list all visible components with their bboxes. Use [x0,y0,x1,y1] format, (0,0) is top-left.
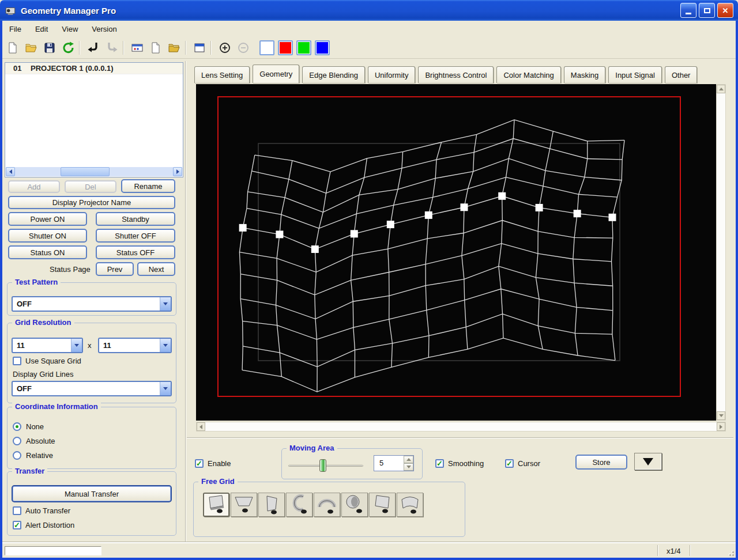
menu-view[interactable]: View [55,22,85,36]
shutter-off-button[interactable]: Shutter OFF [96,229,175,243]
window-view-button[interactable] [191,40,208,55]
zoom-out-button-disabled[interactable] [235,40,251,55]
status-page-prev-button[interactable]: Prev [96,262,134,276]
grid-control-point[interactable] [536,204,543,211]
smoothing-checkbox[interactable]: ✓ Smoothing [435,459,484,468]
store-dropdown-button[interactable] [634,453,662,470]
dropdown-button[interactable] [160,297,171,311]
scroll-left-button[interactable] [197,422,205,431]
menu-edit[interactable]: Edit [28,22,55,36]
resize-grip[interactable] [726,548,734,556]
status-page-next-button[interactable]: Next [137,262,175,276]
scroll-right-button[interactable] [173,167,182,176]
store-button[interactable]: Store [575,455,627,470]
surface-angled-screen-button[interactable] [258,493,285,517]
del-button[interactable]: Del [65,180,116,193]
white-color-button[interactable] [259,40,274,55]
status-on-button[interactable]: Status ON [8,245,87,259]
coord-none-radio[interactable]: None [13,422,44,431]
projector-list-item[interactable]: 01 PROJECTOR 1 (0.0.0.1) [5,63,183,74]
tab-brightness-control[interactable]: Brightness Control [418,66,494,83]
green-color-button[interactable] [296,40,311,55]
tab-other[interactable]: Other [665,66,698,83]
projector-list-hscrollbar[interactable] [6,167,182,176]
undo-button[interactable] [85,40,101,55]
alert-distortion-checkbox[interactable]: ✓ Alert Distortion [13,521,74,529]
surface-vertical-cylinder-button[interactable] [286,493,312,517]
scroll-thumb[interactable] [61,167,110,176]
grid-control-point[interactable] [425,211,432,219]
tab-lens-setting[interactable]: Lens Setting [194,66,250,83]
tab-input-signal[interactable]: Input Signal [608,66,662,83]
moving-area-spinner[interactable]: 5 [374,455,414,471]
grid-control-point[interactable] [239,224,247,232]
display-projector-name-button[interactable]: Display Projector Name [8,196,175,209]
display-grid-lines-select[interactable]: OFF [12,381,172,396]
blue-color-button[interactable] [315,40,330,55]
surface-curved-screen-button[interactable] [397,493,423,517]
tab-uniformity[interactable]: Uniformity [368,66,416,83]
close-button[interactable]: ✕ [717,3,733,18]
cursor-checkbox[interactable]: ✓ Cursor [505,459,540,468]
spinner-down-button[interactable] [404,463,413,471]
scroll-left-button[interactable] [6,167,15,176]
new-layout-button[interactable] [148,40,164,55]
rename-button[interactable]: Rename [121,179,175,193]
tab-masking[interactable]: Masking [564,66,605,83]
save-button[interactable] [42,40,58,55]
scroll-down-button[interactable] [717,411,725,420]
minimize-button[interactable] [680,3,696,18]
tab-edge-blending[interactable]: Edge Blending [302,66,365,83]
geometry-canvas[interactable] [196,84,716,421]
redo-button-disabled[interactable] [104,40,120,55]
grid-control-point[interactable] [276,230,283,238]
projector-list[interactable]: 01 PROJECTOR 1 (0.0.0.1) [5,62,183,177]
projector-panel-button[interactable] [129,40,145,55]
surface-tilted-screen-button[interactable] [231,493,257,517]
grid-control-point[interactable] [351,230,358,237]
grid-control-point[interactable] [574,210,581,217]
distortion-grid[interactable] [196,84,716,421]
shutter-on-button[interactable]: Shutter ON [8,229,87,243]
title-bar[interactable]: Geometry Manager Pro ✕ [0,0,738,21]
power-on-button[interactable]: Power ON [8,212,87,226]
grid-columns-select[interactable]: 11 [12,338,83,353]
canvas-vscrollbar[interactable] [716,84,726,421]
grid-rows-select[interactable]: 11 [98,338,172,353]
surface-horizontal-cylinder-button[interactable] [314,493,340,517]
coord-relative-radio[interactable]: Relative [13,451,53,460]
surface-sphere-button[interactable] [341,493,368,517]
moving-area-slider-thumb[interactable] [319,459,326,472]
refresh-button[interactable] [60,40,76,55]
enable-checkbox[interactable]: ✓ Enable [195,459,231,468]
scroll-up-button[interactable] [717,85,725,93]
surface-flat-screen-button[interactable] [203,493,229,517]
red-color-button[interactable] [278,40,293,55]
tab-color-matching[interactable]: Color Matching [496,66,560,83]
surface-angled-flat-screen-button[interactable] [369,493,396,517]
standby-button[interactable]: Standby [96,212,175,226]
dropdown-button[interactable] [160,382,171,395]
zoom-in-button[interactable] [217,40,233,55]
grid-control-point[interactable] [498,192,506,200]
menu-version[interactable]: Version [85,22,123,36]
grid-control-point[interactable] [460,203,468,211]
scroll-right-button[interactable] [717,422,725,431]
add-button[interactable]: Add [8,180,60,193]
manual-transfer-button[interactable]: Manual Transfer [12,485,172,502]
open-layout-button[interactable] [166,40,182,55]
spinner-up-button[interactable] [404,456,413,463]
new-file-button[interactable] [5,40,21,55]
grid-control-point[interactable] [387,221,394,228]
canvas-hscrollbar[interactable] [196,422,726,432]
tab-geometry[interactable]: Geometry [253,65,299,83]
auto-transfer-checkbox[interactable]: ✓ Auto Transfer [13,506,70,515]
grid-control-point[interactable] [311,245,319,253]
menu-file[interactable]: File [2,22,28,36]
test-pattern-select[interactable]: OFF [12,296,172,312]
maximize-button[interactable] [699,3,715,18]
coord-absolute-radio[interactable]: Absolute [13,437,55,445]
open-file-button[interactable] [23,40,39,55]
status-off-button[interactable]: Status OFF [96,245,175,259]
dropdown-button[interactable] [160,339,171,352]
